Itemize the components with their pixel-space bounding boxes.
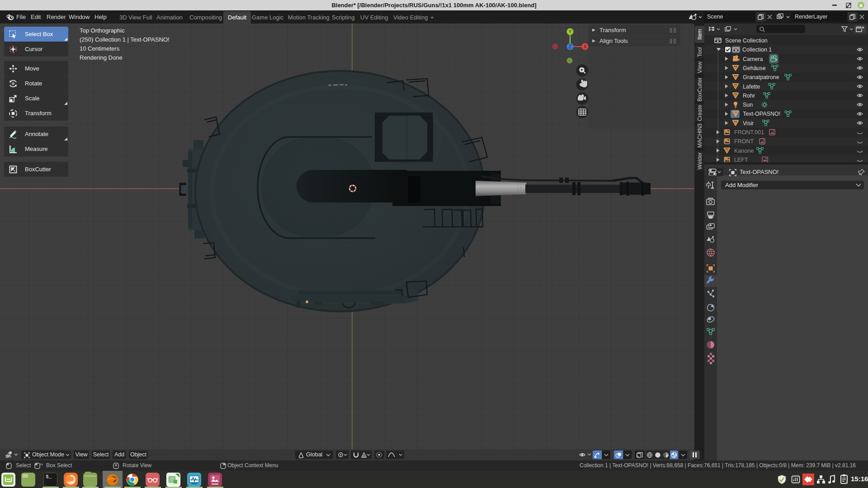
svg-text:Sun: Sun	[743, 102, 753, 108]
svg-text:Lafette: Lafette	[743, 84, 760, 90]
svg-text:Camera: Camera	[743, 56, 763, 62]
svg-text:Scene Collection: Scene Collection	[725, 38, 768, 44]
svg-text:FRONT: FRONT	[734, 138, 754, 145]
svg-text:Z: Z	[569, 44, 571, 49]
svg-text:Y: Y	[569, 29, 572, 34]
svg-text:LEFT: LEFT	[734, 157, 748, 162]
svg-text:FRONT.001: FRONT.001	[734, 129, 764, 136]
svg-text:Gehäuse: Gehäuse	[743, 65, 766, 71]
svg-text:Collection 1: Collection 1	[742, 47, 772, 53]
svg-text:X: X	[584, 44, 587, 49]
svg-text:Granatpatrone: Granatpatrone	[743, 74, 779, 80]
svg-text:Visir: Visir	[743, 120, 754, 127]
svg-text:Text-OPASNO!: Text-OPASNO!	[743, 111, 780, 117]
svg-text:Rohr: Rohr	[743, 93, 755, 99]
svg-text:Kanone: Kanone	[734, 148, 754, 154]
